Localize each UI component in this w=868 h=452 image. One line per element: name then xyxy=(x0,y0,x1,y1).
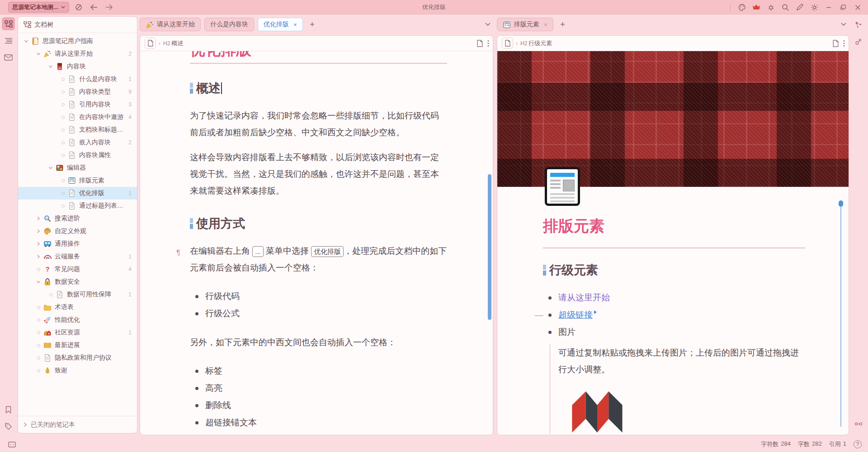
tree-item-dot[interactable] xyxy=(61,128,65,132)
maximize-icon[interactable] xyxy=(837,2,849,13)
doc-lock-icon[interactable] xyxy=(833,40,839,47)
tree-item-数据安全[interactable]: 数据安全 xyxy=(18,276,137,288)
chevron-down-icon[interactable] xyxy=(35,280,42,284)
palette-icon[interactable] xyxy=(736,2,748,13)
paragraph-gutter-icon[interactable]: ¶ xyxy=(176,244,180,261)
document-icon[interactable] xyxy=(145,38,156,49)
doc-title[interactable]: 排版元素 xyxy=(543,216,805,248)
tree-item-dot[interactable] xyxy=(61,103,65,106)
tree-item-dot[interactable] xyxy=(61,90,65,94)
block-ref-link[interactable]: 请从这里开始 xyxy=(558,293,610,302)
workspace-button[interactable]: 思源笔记本地测... xyxy=(8,2,69,13)
tree-item-dot[interactable] xyxy=(61,179,65,182)
tree-item-嵌入内容块[interactable]: 嵌入内容块2 xyxy=(18,136,137,149)
breadcrumb-heading[interactable]: H2 行级元素 xyxy=(520,39,552,48)
global-graph-dock-icon[interactable] xyxy=(852,35,865,48)
tree-item-内容块类型[interactable]: 内容块类型9 xyxy=(18,86,137,98)
more-icon[interactable] xyxy=(487,40,489,47)
paragraph[interactable]: 为了快速记录内容，我们时常会忽略一些排版细节，比如行级代码前后或者加粗前后缺少空… xyxy=(190,107,447,141)
list-item-删除线[interactable]: 删除线 xyxy=(190,397,447,414)
paragraph[interactable]: 这样会导致内容排版看上去不够精致，以后浏览该内容时也有一定视觉干扰。当然，这只是… xyxy=(190,149,447,199)
list-item-行级代码[interactable]: 行级代码 xyxy=(190,288,447,305)
inbox-dock-icon[interactable] xyxy=(2,51,15,64)
tab-list-chevron-icon[interactable] xyxy=(485,23,491,26)
vip-crown-icon[interactable] xyxy=(750,2,762,13)
right-scrollbar[interactable] xyxy=(839,200,843,427)
back-icon[interactable] xyxy=(88,2,100,13)
doc-lock-icon[interactable] xyxy=(477,40,483,47)
help-icon[interactable]: ? xyxy=(854,440,862,448)
heading-inline-elements[interactable]: 行级元素 xyxy=(543,262,805,278)
flashcard-dock-icon[interactable] xyxy=(6,439,17,450)
tree-item-思源笔记用户指南[interactable]: 思源笔记用户指南 xyxy=(18,35,137,48)
tree-item-术语表[interactable]: 术语表 xyxy=(18,301,137,314)
tree-item-dot[interactable] xyxy=(61,154,65,157)
tree-item-通用操作[interactable]: 通用操作 xyxy=(18,238,137,250)
tab-close-icon[interactable]: × xyxy=(544,21,547,28)
search-icon[interactable] xyxy=(779,2,791,13)
tree-item-云端服务[interactable]: 云端服务1 xyxy=(18,250,137,263)
doc-title[interactable]: 优化排版 xyxy=(190,51,447,64)
doc-tree-dock-icon[interactable] xyxy=(2,17,15,30)
outline-dock-icon[interactable] xyxy=(2,34,15,47)
tree-item-dot[interactable] xyxy=(61,141,65,144)
new-tab-button[interactable]: + xyxy=(557,19,569,30)
center-scrollbar-thumb[interactable] xyxy=(488,174,491,320)
tree-item-搜索进阶[interactable]: 搜索进阶 xyxy=(18,212,137,225)
tree-item-dot[interactable] xyxy=(37,319,40,322)
center-tab-优化排版[interactable]: 优化排版× xyxy=(258,18,303,31)
chevron-right-icon[interactable] xyxy=(35,216,42,221)
tree-item-通过标题列表概述[interactable]: 通过标题列表概述 xyxy=(18,200,137,212)
document-icon[interactable] xyxy=(502,38,513,49)
tree-item-请从这里开始[interactable]: 请从这里开始2 xyxy=(18,48,137,60)
doc-banner-image[interactable] xyxy=(497,51,849,187)
bazaar-icon[interactable] xyxy=(765,2,777,13)
tree-item-编辑器[interactable]: 编辑器 xyxy=(18,162,137,174)
tree-item-排版元素[interactable]: 排版元素 xyxy=(18,174,137,187)
chevron-down-icon[interactable] xyxy=(47,166,54,170)
closed-notebooks-toggle[interactable]: 已关闭的笔记本 xyxy=(18,416,137,433)
doc-emoji-newspaper-icon[interactable] xyxy=(545,167,580,206)
backlinks-dock-icon[interactable] xyxy=(852,417,865,430)
more-icon[interactable] xyxy=(843,40,845,47)
heading-概述[interactable]: 概述 xyxy=(190,80,447,96)
tree-item-什么是内容块[interactable]: 什么是内容块1 xyxy=(18,73,137,86)
chevron-right-icon[interactable] xyxy=(35,254,42,259)
chevron-right-icon[interactable] xyxy=(35,229,42,233)
tree-item-文档块和标题块的...[interactable]: 文档块和标题块的... xyxy=(18,124,137,136)
image-note[interactable]: 可通过复制粘贴或拖拽来上传图片；上传后的图片可通过拖拽进行大小调整。 xyxy=(558,344,805,378)
graph-dock-icon[interactable] xyxy=(852,18,865,31)
tree-item-最新进展[interactable]: 最新进展 xyxy=(18,339,137,352)
tree-item-dot[interactable] xyxy=(37,331,40,334)
list-item-标签[interactable]: 标签 xyxy=(190,362,447,380)
tab-list-chevron-icon[interactable] xyxy=(841,23,846,26)
tree-item-在内容块中遨游[interactable]: 在内容块中遨游4 xyxy=(18,111,137,124)
tree-item-dot[interactable] xyxy=(61,205,65,208)
center-doc-scroll-area[interactable]: 优化排版 概述为了快速记录内容，我们时常会忽略一些排版细节，比如行级代码前后或者… xyxy=(140,51,493,435)
chevron-down-icon[interactable] xyxy=(35,52,42,56)
tree-item-引用内容块[interactable]: 引用内容块3 xyxy=(18,98,137,111)
tree-item-dot[interactable] xyxy=(49,293,52,296)
breadcrumb-heading[interactable]: H2 概述 xyxy=(163,39,183,48)
tree-item-常见问题[interactable]: ?常见问题4 xyxy=(18,263,137,276)
list-item-超级链接[interactable]: —超级链接 xyxy=(543,306,805,324)
tree-item-社区资源[interactable]: 社区资源1 xyxy=(18,326,137,339)
siyuan-logo-image[interactable] xyxy=(572,390,623,434)
new-tab-button[interactable]: + xyxy=(307,19,318,30)
tag-dock-icon[interactable] xyxy=(2,420,15,433)
edit-icon[interactable] xyxy=(794,2,806,13)
tree-item-dot[interactable] xyxy=(61,192,65,195)
tree-item-隐私政策和用户协议[interactable]: 隐私政策和用户协议 xyxy=(18,352,137,364)
chevron-right-icon[interactable] xyxy=(35,242,42,246)
list-item-超链接锚文本[interactable]: 超链接锚文本 xyxy=(190,414,447,431)
minimize-icon[interactable] xyxy=(823,2,835,13)
bookmark-dock-icon[interactable] xyxy=(2,403,15,416)
heading-使用方式[interactable]: 使用方式 xyxy=(190,215,447,232)
tree-item-数据可用性保障[interactable]: 数据可用性保障1 xyxy=(18,288,137,301)
chevron-down-icon[interactable] xyxy=(23,39,30,43)
paragraph[interactable]: ¶在编辑器右上角 ... 菜单中选择 优化排版，处理完成后文档中的如下元素前后会… xyxy=(190,243,447,276)
tree-item-自定义外观[interactable]: 自定义外观 xyxy=(18,225,137,238)
tree-item-dot[interactable] xyxy=(37,357,40,360)
right-tab-排版元素[interactable]: 排版元素× xyxy=(497,18,553,31)
forward-icon[interactable] xyxy=(104,2,115,13)
